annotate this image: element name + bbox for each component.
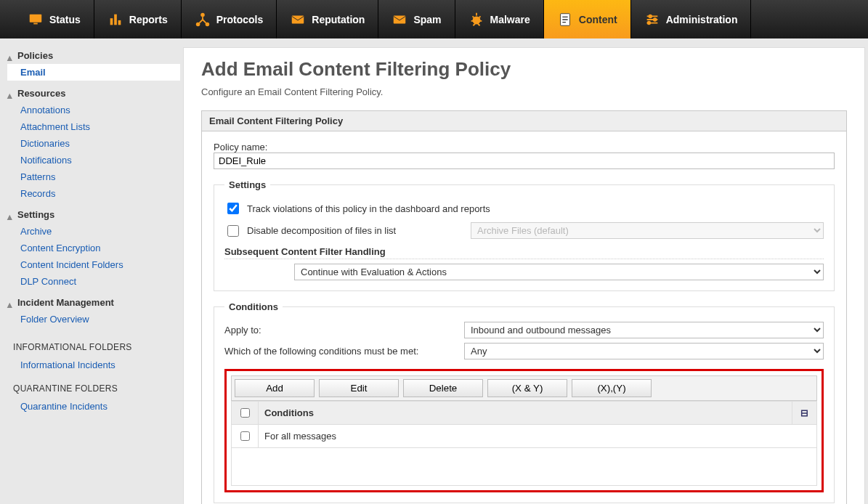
envelope-badge-icon bbox=[290, 12, 306, 28]
row-checkbox[interactable] bbox=[240, 431, 250, 441]
nav-label: Protocols bbox=[216, 14, 264, 25]
select-all-checkbox[interactable] bbox=[240, 408, 250, 418]
nav-label: Content bbox=[579, 14, 617, 25]
condition-cell[interactable]: For all messages bbox=[259, 425, 817, 448]
chevron-up-icon: ▴ bbox=[7, 52, 15, 60]
svg-rect-0 bbox=[30, 14, 42, 22]
monitor-icon bbox=[28, 12, 44, 28]
bug-icon bbox=[469, 12, 484, 28]
panel-header: Email Content Filtering Policy bbox=[202, 111, 846, 131]
sidebar-header-incident-management[interactable]: ▴ Incident Management bbox=[7, 294, 180, 311]
collapse-icon[interactable]: ⊟ bbox=[800, 407, 808, 418]
policy-name-input[interactable] bbox=[214, 153, 835, 169]
policy-panel: Email Content Filtering Policy Policy na… bbox=[201, 110, 847, 504]
conditions-section: Conditions Apply to: Inbound and outboun… bbox=[214, 301, 835, 503]
file-list-select[interactable]: Archive Files (default) bbox=[471, 222, 824, 239]
document-icon bbox=[557, 12, 573, 28]
nav-label: Spam bbox=[413, 14, 441, 25]
sidebar-item-attachment-lists[interactable]: Attachment Lists bbox=[7, 118, 180, 135]
page-subtitle: Configure an Email Content Filtering Pol… bbox=[201, 86, 847, 97]
group-or-button[interactable]: (X),(Y) bbox=[572, 379, 652, 397]
sidebar-item-quarantine-incidents[interactable]: Quarantine Incidents bbox=[7, 398, 180, 415]
settings-legend: Settings bbox=[224, 179, 270, 190]
nav-status[interactable]: Status bbox=[15, 0, 94, 38]
nav-reputation[interactable]: Reputation bbox=[277, 0, 378, 38]
svg-point-5 bbox=[200, 12, 205, 17]
nav-label: Status bbox=[49, 14, 81, 25]
nav-label: Reports bbox=[129, 14, 168, 25]
sidebar-item-content-encryption[interactable]: Content Encryption bbox=[7, 240, 180, 256]
track-violations-label: Track violations of this policy in the d… bbox=[247, 203, 490, 214]
sidebar-item-archive[interactable]: Archive bbox=[7, 223, 180, 240]
table-row: For all messages bbox=[232, 425, 817, 448]
which-conditions-label: Which of the following conditions must b… bbox=[224, 346, 457, 357]
svg-rect-9 bbox=[394, 15, 406, 23]
sidebar-item-notifications[interactable]: Notifications bbox=[7, 152, 180, 168]
conditions-highlight-box: Add Edit Delete (X & Y) (X),(Y) Conditio… bbox=[224, 369, 824, 492]
page-title: Add Email Content Filtering Policy bbox=[201, 58, 847, 81]
policy-name-label: Policy name: bbox=[214, 142, 267, 153]
settings-section: Settings Track violations of this policy… bbox=[214, 179, 835, 291]
subsequent-handling-select[interactable]: Continue with Evaluation & Actions bbox=[294, 264, 824, 280]
sidebar: ▴ Policies Email ▴ Resources Annotations… bbox=[0, 38, 180, 504]
sidebar-header-policies[interactable]: ▴ Policies bbox=[7, 47, 180, 64]
nav-malware[interactable]: Malware bbox=[455, 0, 544, 38]
sidebar-item-records[interactable]: Records bbox=[7, 185, 180, 202]
nav-label: Malware bbox=[490, 14, 530, 25]
sidebar-section-informational-folders: INFORMATIONAL FOLDERS bbox=[7, 332, 180, 357]
sidebar-item-content-incident-folders[interactable]: Content Incident Folders bbox=[7, 256, 180, 273]
disable-decomposition-checkbox[interactable] bbox=[227, 225, 239, 237]
svg-rect-8 bbox=[292, 15, 304, 23]
conditions-column-header: Conditions bbox=[259, 402, 792, 425]
group-and-button[interactable]: (X & Y) bbox=[487, 379, 567, 397]
sidebar-item-dictionaries[interactable]: Dictionaries bbox=[7, 135, 180, 152]
top-nav: Status Reports Protocols Reputation Spam… bbox=[0, 0, 868, 38]
apply-to-select[interactable]: Inbound and outbound messages bbox=[464, 322, 824, 338]
nav-content[interactable]: Content bbox=[544, 0, 631, 38]
chevron-up-icon: ▴ bbox=[7, 90, 15, 97]
svg-rect-2 bbox=[110, 18, 113, 25]
nav-reports[interactable]: Reports bbox=[94, 0, 182, 38]
network-icon bbox=[195, 12, 211, 28]
sidebar-item-patterns[interactable]: Patterns bbox=[7, 168, 180, 185]
sidebar-item-dlp-connect[interactable]: DLP Connect bbox=[7, 273, 180, 290]
subsequent-label: Subsequent Content Filter Handling bbox=[224, 246, 824, 259]
sidebar-section-quarantine-folders: QUARANTINE FOLDERS bbox=[7, 373, 180, 398]
add-button[interactable]: Add bbox=[235, 379, 315, 397]
chevron-up-icon: ▴ bbox=[7, 299, 15, 306]
which-conditions-select[interactable]: Any bbox=[464, 343, 824, 359]
conditions-legend: Conditions bbox=[224, 301, 283, 312]
table-row-empty bbox=[232, 448, 817, 486]
sidebar-item-folder-overview[interactable]: Folder Overview bbox=[7, 311, 180, 328]
sidebar-item-email[interactable]: Email bbox=[7, 64, 180, 81]
sliders-icon bbox=[644, 12, 660, 28]
apply-to-label: Apply to: bbox=[224, 325, 457, 336]
envelope-icon bbox=[392, 12, 407, 28]
sidebar-item-annotations[interactable]: Annotations bbox=[7, 102, 180, 118]
svg-rect-4 bbox=[118, 20, 121, 24]
main-content: Add Email Content Filtering Policy Confi… bbox=[183, 47, 865, 504]
nav-label: Administration bbox=[666, 14, 738, 25]
nav-administration[interactable]: Administration bbox=[631, 0, 752, 38]
svg-rect-3 bbox=[114, 14, 117, 25]
disable-decomposition-label: Disable decomposition of files in list bbox=[247, 225, 465, 236]
bar-chart-icon bbox=[108, 12, 123, 28]
sidebar-header-resources[interactable]: ▴ Resources bbox=[7, 85, 180, 102]
chevron-up-icon: ▴ bbox=[7, 211, 15, 219]
svg-point-14 bbox=[647, 21, 650, 24]
svg-rect-1 bbox=[33, 23, 38, 24]
svg-point-12 bbox=[649, 15, 652, 17]
sidebar-item-informational-incidents[interactable]: Informational Incidents bbox=[7, 357, 180, 373]
nav-label: Reputation bbox=[312, 14, 365, 25]
sidebar-header-settings[interactable]: ▴ Settings bbox=[7, 206, 180, 223]
delete-button[interactable]: Delete bbox=[403, 379, 483, 397]
nav-spam[interactable]: Spam bbox=[378, 0, 455, 38]
conditions-table: Conditions ⊟ For all messages bbox=[231, 401, 817, 486]
track-violations-checkbox[interactable] bbox=[227, 203, 239, 214]
nav-protocols[interactable]: Protocols bbox=[182, 0, 277, 38]
edit-button[interactable]: Edit bbox=[319, 379, 399, 397]
svg-point-13 bbox=[653, 18, 656, 21]
conditions-toolbar: Add Edit Delete (X & Y) (X),(Y) bbox=[231, 375, 817, 401]
